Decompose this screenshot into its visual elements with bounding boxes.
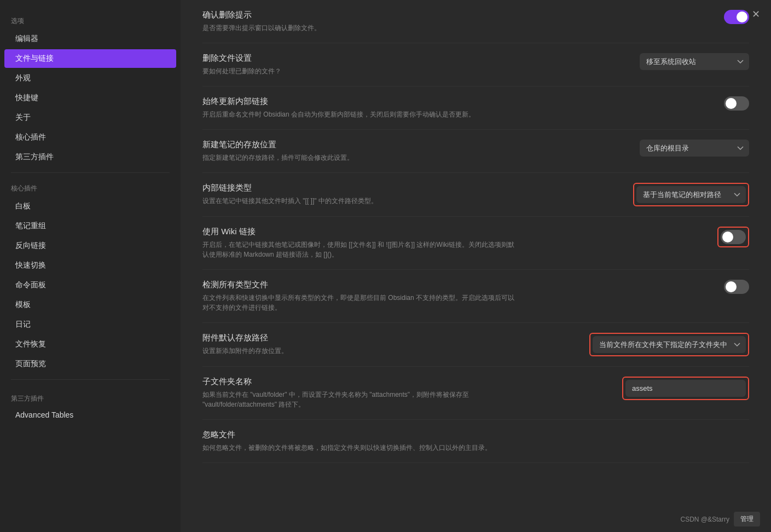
setting-title-subfolder-name: 子文件夹名称 <box>202 377 520 387</box>
sidebar-item-command-palette[interactable]: 命令面板 <box>4 276 176 294</box>
setting-desc-detect-all-file-types: 在文件列表和快速切换中显示所有类型的文件，即使是那些目前 Obsidian 不支… <box>202 293 520 313</box>
sidebar-divider-2 <box>11 379 170 380</box>
toggle-confirm-delete[interactable] <box>724 10 749 24</box>
setting-title-new-note-location: 新建笔记的存放位置 <box>202 140 520 150</box>
setting-subfolder-name: 子文件夹名称 如果当前文件在 "vault/folder" 中，而设置子文件夹名… <box>202 367 749 420</box>
sidebar-item-editor[interactable]: 编辑器 <box>4 30 176 48</box>
sidebar-item-advanced-tables[interactable]: Advanced Tables <box>4 406 176 424</box>
highlight-internal-link-type: 基于当前笔记的相对路径 绝对路径 最短路径 <box>633 183 749 206</box>
app-container: 选项 编辑器 文件与链接 外观 快捷键 关于 核心插件 第三方插件 核心插件 白… <box>0 0 771 532</box>
dropdown-new-note-location[interactable]: 仓库的根目录 当前文件所在文件夹 指定文件夹 <box>640 140 749 157</box>
setting-info-internal-link-type: 内部链接类型 设置在笔记中链接其他文件时插入 "[[ ]]" 中的文件路径类型。 <box>202 183 531 206</box>
highlight-use-wiki-links <box>717 227 749 247</box>
setting-title-detect-all-file-types: 检测所有类型文件 <box>202 280 520 290</box>
close-button[interactable]: ✕ <box>752 8 760 20</box>
setting-control-use-wiki-links <box>717 227 749 247</box>
setting-desc-use-wiki-links: 开启后，在笔记中链接其他笔记或图像时，使用如 [[文件名]] 和 ![[图片名]… <box>202 240 520 259</box>
main-content: ✕ 确认删除提示 是否需要弹出提示窗口以确认删除文件。 删除文件设置 要如何处理… <box>181 0 771 532</box>
setting-title-confirm-delete: 确认删除提示 <box>202 10 520 20</box>
setting-info-confirm-delete: 确认删除提示 是否需要弹出提示窗口以确认删除文件。 <box>202 10 531 33</box>
highlight-subfolder-name <box>622 377 749 400</box>
setting-info-use-wiki-links: 使用 Wiki 链接 开启后，在笔记中链接其他笔记或图像时，使用如 [[文件名]… <box>202 227 531 259</box>
setting-control-internal-link-type: 基于当前笔记的相对路径 绝对路径 最短路径 <box>633 183 749 206</box>
setting-new-note-location: 新建笔记的存放位置 指定新建笔记的存放路径，插件可能会修改此设置。 仓库的根目录… <box>202 130 749 173</box>
setting-ignore-files: 忽略文件 如何忽略文件，被删除的文件将被忽略，如指定文件夹则以快速切换插件、控制… <box>202 420 749 463</box>
sidebar-item-files-links[interactable]: 文件与链接 <box>4 49 176 68</box>
setting-internal-link-type: 内部链接类型 设置在笔记中链接其他文件时插入 "[[ ]]" 中的文件路径类型。… <box>202 173 749 217</box>
setting-title-attachment-default-path: 附件默认存放路径 <box>202 333 520 343</box>
setting-info-subfolder-name: 子文件夹名称 如果当前文件在 "vault/folder" 中，而设置子文件夹名… <box>202 377 531 409</box>
dropdown-delete-file[interactable]: 移至系统回收站 永久删除 <box>640 53 749 70</box>
setting-desc-always-update-links: 开启后重命名文件时 Obsidian 会自动为你更新内部链接，关闭后则需要你手动… <box>202 109 520 119</box>
footer-attribution: CSDN @&Starry <box>680 516 729 523</box>
sidebar-item-daily-notes[interactable]: 日记 <box>4 315 176 334</box>
setting-title-delete-file: 删除文件设置 <box>202 53 520 63</box>
setting-desc-internal-link-type: 设置在笔记中链接其他文件时插入 "[[ ]]" 中的文件路径类型。 <box>202 196 520 206</box>
setting-info-always-update-links: 始终更新内部链接 开启后重命名文件时 Obsidian 会自动为你更新内部链接，… <box>202 96 531 119</box>
sidebar-item-templates[interactable]: 模板 <box>4 296 176 314</box>
setting-desc-new-note-location: 指定新建笔记的存放路径，插件可能会修改此设置。 <box>202 153 520 163</box>
setting-control-delete-file: 移至系统回收站 永久删除 <box>640 53 749 70</box>
sidebar-item-quick-switch[interactable]: 快速切换 <box>4 256 176 275</box>
sidebar-item-core-plugins[interactable]: 核心插件 <box>4 128 176 147</box>
dropdown-attachment-path[interactable]: 当前文件所在文件夹下指定的子文件夹中 仓库根目录 当前文件所在文件夹 <box>593 336 746 353</box>
input-subfolder-name[interactable] <box>625 380 746 397</box>
setting-control-new-note-location: 仓库的根目录 当前文件所在文件夹 指定文件夹 <box>640 140 749 157</box>
setting-control-detect-all-file-types <box>724 280 749 294</box>
setting-title-ignore-files: 忽略文件 <box>202 430 520 440</box>
toggle-use-wiki-links[interactable] <box>721 230 746 244</box>
setting-confirm-delete: 确认删除提示 是否需要弹出提示窗口以确认删除文件。 <box>202 0 749 43</box>
setting-desc-delete-file: 要如何处理已删除的文件？ <box>202 66 520 76</box>
sidebar-item-file-recovery[interactable]: 文件恢复 <box>4 335 176 354</box>
setting-desc-attachment-default-path: 设置新添加附件的存放位置。 <box>202 346 520 356</box>
setting-title-internal-link-type: 内部链接类型 <box>202 183 520 193</box>
sidebar-divider-1 <box>11 172 170 173</box>
section-label-third-party: 第三方插件 <box>0 385 181 406</box>
setting-control-attachment-default-path: 当前文件所在文件夹下指定的子文件夹中 仓库根目录 当前文件所在文件夹 <box>589 333 749 356</box>
setting-info-detect-all-file-types: 检测所有类型文件 在文件列表和快速切换中显示所有类型的文件，即使是那些目前 Ob… <box>202 280 531 313</box>
toggle-detect-all-file-types[interactable] <box>724 280 749 294</box>
setting-info-ignore-files: 忽略文件 如何忽略文件，被删除的文件将被忽略，如指定文件夹则以快速切换插件、控制… <box>202 430 531 453</box>
toggle-always-update-links[interactable] <box>724 96 749 111</box>
setting-desc-subfolder-name: 如果当前文件在 "vault/folder" 中，而设置子文件夹名称为 "att… <box>202 390 520 409</box>
sidebar-item-canvas[interactable]: 白板 <box>4 197 176 216</box>
setting-title-always-update-links: 始终更新内部链接 <box>202 96 520 107</box>
setting-control-confirm-delete <box>724 10 749 24</box>
setting-info-attachment-default-path: 附件默认存放路径 设置新添加附件的存放位置。 <box>202 333 531 356</box>
sidebar-item-page-preview[interactable]: 页面预览 <box>4 355 176 373</box>
sidebar: 选项 编辑器 文件与链接 外观 快捷键 关于 核心插件 第三方插件 核心插件 白… <box>0 0 181 532</box>
content-scroll: 确认删除提示 是否需要弹出提示窗口以确认删除文件。 删除文件设置 要如何处理已删… <box>181 0 771 532</box>
setting-control-subfolder-name <box>622 377 749 400</box>
sidebar-item-note-composer[interactable]: 笔记重组 <box>4 217 176 235</box>
setting-detect-all-file-types: 检测所有类型文件 在文件列表和快速切换中显示所有类型的文件，即使是那些目前 Ob… <box>202 270 749 323</box>
setting-info-new-note-location: 新建笔记的存放位置 指定新建笔记的存放路径，插件可能会修改此设置。 <box>202 140 531 163</box>
setting-desc-ignore-files: 如何忽略文件，被删除的文件将被忽略，如指定文件夹则以快速切换插件、控制入口以外的… <box>202 443 520 453</box>
setting-control-always-update-links <box>724 96 749 111</box>
setting-title-use-wiki-links: 使用 Wiki 链接 <box>202 227 520 237</box>
sidebar-item-backlinks[interactable]: 反向链接 <box>4 236 176 255</box>
setting-delete-file: 删除文件设置 要如何处理已删除的文件？ 移至系统回收站 永久删除 <box>202 43 749 86</box>
setting-use-wiki-links: 使用 Wiki 链接 开启后，在笔记中链接其他笔记或图像时，使用如 [[文件名]… <box>202 217 749 270</box>
sidebar-item-appearance[interactable]: 外观 <box>4 69 176 88</box>
manage-button[interactable]: 管理 <box>734 512 760 527</box>
dropdown-internal-link-type[interactable]: 基于当前笔记的相对路径 绝对路径 最短路径 <box>636 186 746 203</box>
sidebar-item-about[interactable]: 关于 <box>4 108 176 127</box>
sidebar-item-third-party-plugins[interactable]: 第三方插件 <box>4 148 176 166</box>
highlight-attachment-path: 当前文件所在文件夹下指定的子文件夹中 仓库根目录 当前文件所在文件夹 <box>589 333 749 356</box>
sidebar-item-hotkeys[interactable]: 快捷键 <box>4 89 176 107</box>
setting-always-update-links: 始终更新内部链接 开启后重命名文件时 Obsidian 会自动为你更新内部链接，… <box>202 86 749 130</box>
setting-attachment-default-path: 附件默认存放路径 设置新添加附件的存放位置。 当前文件所在文件夹下指定的子文件夹… <box>202 323 749 367</box>
setting-desc-confirm-delete: 是否需要弹出提示窗口以确认删除文件。 <box>202 23 520 33</box>
footer-bar: CSDN @&Starry 管理 <box>669 506 771 532</box>
setting-info-delete-file: 删除文件设置 要如何处理已删除的文件？ <box>202 53 531 76</box>
section-label-core-plugins: 核心插件 <box>0 178 181 196</box>
section-label-options: 选项 <box>0 11 181 29</box>
